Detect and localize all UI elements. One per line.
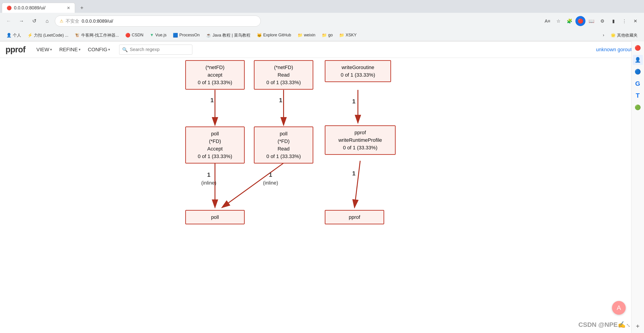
sidebar-ext-1[interactable]: 🔴 bbox=[633, 43, 643, 53]
sidebar-plus-area: + bbox=[633, 321, 643, 331]
bookmark-processon-label: ProcessOn bbox=[179, 33, 200, 38]
bookmark-java[interactable]: ☕ Java 教程 | 菜鸟教程 bbox=[203, 32, 253, 39]
forward-button[interactable]: → bbox=[16, 16, 26, 26]
sidebar-ext-5[interactable]: T bbox=[633, 90, 643, 101]
extensions-button[interactable]: 🧩 bbox=[564, 16, 574, 26]
bookmark-github[interactable]: 🐱 Explore GitHub bbox=[254, 32, 294, 39]
read-mode-button[interactable]: A≡ bbox=[542, 16, 552, 26]
bookmark-vuejs[interactable]: ▼ Vue.js bbox=[147, 32, 169, 38]
tab-icon: 🔴 bbox=[7, 6, 12, 10]
profile-button[interactable]: 🔴 bbox=[576, 16, 586, 26]
bookmark-others[interactable]: 🌟 其他收藏夹 bbox=[608, 32, 640, 39]
node-netfd-accept-line2: accept bbox=[190, 71, 240, 79]
resize-handle[interactable]: ⤡ bbox=[626, 322, 630, 328]
sidebar-ext-2[interactable]: 👤 bbox=[633, 55, 643, 65]
node-poll-fd-read[interactable]: poll (*FD) Read 0 of 1 (33.33%) bbox=[254, 126, 313, 164]
browser-chrome: 🔴 0.0.0.0:8089/ui/ ✕ + ← → ↺ ⌂ ⚠ 不安全 0.0… bbox=[0, 0, 644, 42]
tab-title: 0.0.0.0:8089/ui/ bbox=[14, 5, 46, 10]
graph-canvas: (*netFD) accept 0 of 1 (33.33%) (*netFD)… bbox=[133, 58, 498, 333]
reading-list-button[interactable]: 📖 bbox=[586, 16, 596, 26]
bookmark-csdn-label: CSDN bbox=[132, 33, 144, 38]
bookmark-personal[interactable]: 👤 个人 bbox=[4, 32, 24, 39]
bookmark-processon[interactable]: 🟦 ProcessOn bbox=[170, 32, 202, 39]
new-tab-button[interactable]: + bbox=[77, 3, 87, 13]
bookmark-leetcode-label: 力扣 (LeetCode) ... bbox=[34, 32, 68, 38]
menu-refine[interactable]: REFINE ▾ bbox=[56, 45, 84, 54]
node-netfd-read-line2: Read bbox=[258, 71, 309, 79]
bookmark-weixin-icon: 📁 bbox=[298, 33, 302, 38]
node-poll-fd-accept-line1: poll bbox=[190, 130, 240, 138]
node-pprof-bottom[interactable]: pprof bbox=[325, 210, 384, 224]
node-netfd-read[interactable]: (*netFD) Read 0 of 1 (33.33%) bbox=[254, 60, 313, 90]
more-tools-button[interactable]: ⋮ bbox=[619, 16, 629, 26]
node-netfd-accept-line1: (*netFD) bbox=[190, 64, 240, 71]
bookmark-personal-label: 个人 bbox=[13, 32, 21, 38]
sidebar-ext-6[interactable]: 🟢 bbox=[633, 102, 643, 112]
active-tab[interactable]: 🔴 0.0.0.0:8089/ui/ ✕ bbox=[2, 3, 75, 13]
menu-view-chevron: ▾ bbox=[50, 47, 52, 52]
node-poll-fd-read-line4: 0 of 1 (33.33%) bbox=[258, 152, 309, 160]
bookmark-leetcode-icon: ⚡ bbox=[28, 33, 32, 38]
bookmark-go[interactable]: 📁 go bbox=[319, 32, 336, 39]
edge-label-6: 1 bbox=[352, 170, 356, 177]
node-poll-fd-read-line3: Read bbox=[258, 145, 309, 152]
right-sidebar: 🔴 👤 🔵 G T 🟢 + bbox=[631, 41, 644, 333]
translate-button[interactable]: A bbox=[612, 301, 626, 315]
node-writegoroutine[interactable]: writeGoroutine 0 of 1 (33.33%) bbox=[325, 60, 391, 82]
node-poll-fd-accept-line2: (*FD) bbox=[190, 138, 240, 145]
node-poll-fd-accept[interactable]: poll (*FD) Accept 0 of 1 (33.33%) bbox=[185, 126, 245, 164]
node-poll-bottom-label: poll bbox=[190, 214, 240, 221]
menu-refine-chevron: ▾ bbox=[79, 47, 80, 52]
sidebar-toggle-button[interactable]: ▮ bbox=[608, 16, 618, 26]
browser-actions: A≡ ☆ 🧩 🔴 📖 ⚙ ▮ ⋮ ✕ bbox=[542, 16, 640, 26]
watermark: CSDN @NPE✍ bbox=[578, 321, 626, 328]
bookmark-niuke-icon: 🐮 bbox=[75, 33, 80, 38]
bookmark-csdn-icon: 🔴 bbox=[125, 33, 130, 38]
bookmark-go-label: go bbox=[328, 33, 333, 38]
node-pprof-write-line1: pprof bbox=[329, 129, 391, 136]
sidebar-ext-3[interactable]: 🔵 bbox=[633, 67, 643, 77]
bookmark-weixin[interactable]: 📁 weixin bbox=[295, 32, 318, 39]
menu-config-chevron: ▾ bbox=[108, 47, 110, 52]
bookmark-go-icon: 📁 bbox=[322, 33, 327, 38]
close-browser-button[interactable]: ✕ bbox=[630, 16, 640, 26]
graph-area[interactable]: (*netFD) accept 0 of 1 (33.33%) (*netFD)… bbox=[0, 58, 631, 333]
bookmark-processon-icon: 🟦 bbox=[173, 33, 178, 38]
bookmark-more-button[interactable]: › bbox=[600, 32, 607, 38]
node-netfd-accept[interactable]: (*netFD) accept 0 of 1 (33.33%) bbox=[185, 60, 245, 90]
back-button[interactable]: ← bbox=[4, 16, 14, 26]
bookmark-github-label: Explore GitHub bbox=[263, 33, 291, 38]
tab-close-button[interactable]: ✕ bbox=[67, 6, 70, 10]
home-button[interactable]: ⌂ bbox=[42, 16, 52, 26]
node-poll-bottom[interactable]: poll bbox=[185, 210, 245, 224]
pprof-logo: pprof bbox=[6, 45, 26, 54]
bookmark-github-icon: 🐱 bbox=[257, 33, 262, 38]
bookmark-xsky[interactable]: 📁 XSKY bbox=[336, 32, 359, 39]
search-box[interactable]: 🔍 bbox=[119, 44, 192, 55]
graph-arrows bbox=[133, 58, 498, 333]
security-warning-icon: ⚠ bbox=[60, 18, 63, 24]
refresh-button[interactable]: ↺ bbox=[29, 16, 39, 26]
bookmark-button[interactable]: ☆ bbox=[554, 16, 564, 26]
bookmarks-bar: 👤 个人 ⚡ 力扣 (LeetCode) ... 🐮 牛客网-找工作神器... … bbox=[0, 29, 644, 41]
svg-line-6 bbox=[354, 161, 360, 208]
translate-icon: A bbox=[617, 304, 621, 312]
bookmark-xsky-icon: 📁 bbox=[339, 33, 344, 38]
search-input[interactable] bbox=[130, 47, 189, 52]
edge-label-3: 1 bbox=[352, 98, 356, 105]
tab-bar: 🔴 0.0.0.0:8089/ui/ ✕ + bbox=[0, 0, 644, 13]
menu-view[interactable]: VIEW ▾ bbox=[33, 45, 56, 54]
url-bar[interactable]: ⚠ 不安全 0.0.0.0:8089/ui/ bbox=[55, 16, 261, 26]
sidebar-add-button[interactable]: + bbox=[633, 321, 643, 331]
menu-config[interactable]: CONFIG ▾ bbox=[84, 45, 114, 54]
settings-button[interactable]: ⚙ bbox=[597, 16, 608, 26]
bookmark-csdn[interactable]: 🔴 CSDN bbox=[122, 32, 146, 39]
node-pprof-writeruntimeprofile[interactable]: pprof writeRuntimeProfile 0 of 1 (33.33%… bbox=[325, 125, 396, 155]
menu-refine-label: REFINE bbox=[59, 47, 78, 52]
sidebar-ext-4[interactable]: G bbox=[633, 79, 643, 89]
bookmark-leetcode[interactable]: ⚡ 力扣 (LeetCode) ... bbox=[25, 32, 71, 39]
edge-label-2: 1 bbox=[279, 97, 282, 104]
bookmark-niuke[interactable]: 🐮 牛客网-找工作神器... bbox=[72, 32, 122, 39]
bookmark-vuejs-label: Vue.js bbox=[155, 33, 166, 38]
node-writegoroutine-line2: 0 of 1 (33.33%) bbox=[329, 71, 387, 79]
